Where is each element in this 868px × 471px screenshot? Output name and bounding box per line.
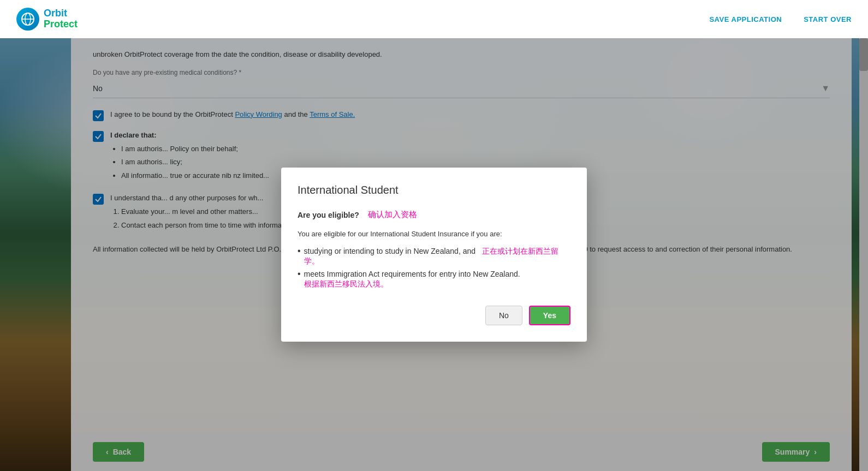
no-button[interactable]: No bbox=[485, 306, 522, 325]
bullet-item-1: • studying or intending to study in New … bbox=[298, 247, 570, 266]
modal-dialog: International Student Are you eligible? … bbox=[281, 168, 587, 342]
save-application-link[interactable]: SAVE APPLICATION bbox=[709, 15, 782, 23]
eligibility-chinese: 确认加入资格 bbox=[368, 210, 417, 220]
logo-orbit: Orbit bbox=[44, 8, 78, 19]
bullet-1-text: studying or intending to study in New Ze… bbox=[304, 247, 475, 255]
bullet-2-chinese: 根据新西兰移民法入境。 bbox=[304, 279, 520, 289]
logo-protect: Protect bbox=[44, 19, 78, 30]
eligibility-row: Are you eligible? 确认加入资格 bbox=[298, 210, 570, 220]
start-over-link[interactable]: START OVER bbox=[804, 15, 852, 23]
modal-overlay: International Student Are you eligible? … bbox=[0, 38, 868, 471]
modal-body-text: You are eligible for our International S… bbox=[298, 229, 570, 240]
logo-text: Orbit Protect bbox=[44, 8, 78, 30]
logo: Orbit Protect bbox=[16, 8, 78, 31]
modal-bullets: • studying or intending to study in New … bbox=[298, 247, 570, 289]
logo-circle bbox=[16, 8, 39, 31]
bullet-item-2: • meets Immigration Act requirements for… bbox=[298, 270, 570, 289]
modal-footer: No Yes bbox=[298, 306, 570, 325]
bullet-2-content: meets Immigration Act requirements for e… bbox=[304, 270, 520, 289]
modal-title: International Student bbox=[298, 184, 570, 196]
bullet-2-text: meets Immigration Act requirements for e… bbox=[304, 270, 520, 278]
eligibility-label: Are you eligible? bbox=[298, 211, 359, 219]
bullet-1-content: studying or intending to study in New Ze… bbox=[304, 247, 570, 266]
header: Orbit Protect SAVE APPLICATION START OVE… bbox=[0, 0, 868, 38]
bullet-dot-2: • bbox=[298, 270, 301, 278]
bullet-dot-1: • bbox=[298, 247, 301, 255]
page-content: unbroken OrbitProtect coverage from the … bbox=[0, 38, 868, 471]
header-nav: SAVE APPLICATION START OVER bbox=[709, 15, 852, 23]
yes-button[interactable]: Yes bbox=[529, 306, 570, 325]
